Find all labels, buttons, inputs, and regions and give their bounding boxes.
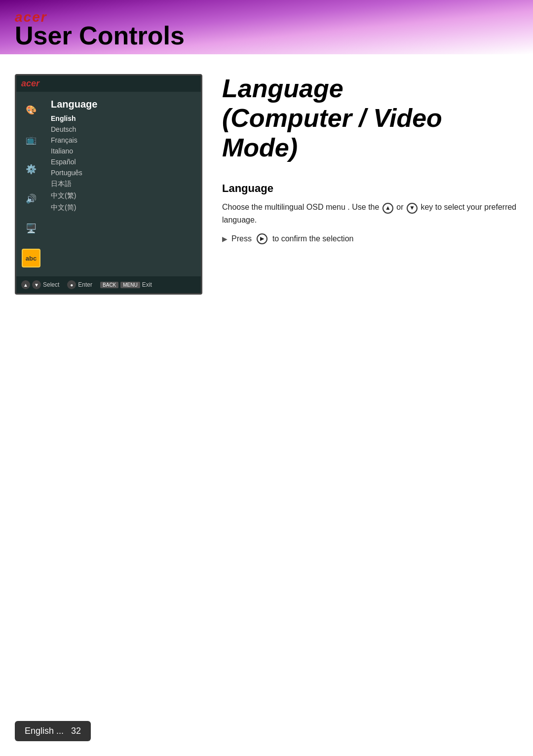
paint-icon: 🎨 <box>26 105 37 115</box>
osd-sidebar-item-1[interactable]: 🎨 <box>22 101 40 119</box>
section-heading: Language <box>222 182 518 195</box>
osd-footer-enter: ● Enter <box>67 280 92 289</box>
osd-screen: acer 🎨 📺 ⚙️ 🔊 🖥️ <box>15 74 202 295</box>
menu-btn[interactable]: MENU <box>120 282 140 288</box>
osd-footer: ▲ ▼ Select ● Enter BACK MENU Exit <box>16 276 201 293</box>
osd-header: acer <box>16 76 201 92</box>
back-btn[interactable]: BACK <box>100 282 118 288</box>
osd-menu-title: Language <box>51 99 196 110</box>
abc-icon: abc <box>26 255 37 262</box>
enter-label: Enter <box>78 281 92 288</box>
main-content: acer 🎨 📺 ⚙️ 🔊 🖥️ <box>0 54 533 314</box>
osd-sidebar-item-5[interactable]: 🖥️ <box>22 219 40 238</box>
select-up-btn[interactable]: ▲ <box>21 280 30 289</box>
right-content: Language(Computer / VideoMode) Language … <box>222 74 518 295</box>
osd-menu-item-italiano[interactable]: Italiano <box>51 146 196 156</box>
sound-icon: 🔊 <box>26 193 37 204</box>
big-title: Language(Computer / VideoMode) <box>222 74 518 162</box>
bullet-item: ▶ Press ▶ to confirm the selection <box>222 233 518 244</box>
osd-menu-item-chinese-simp[interactable]: 中文(简) <box>51 202 196 214</box>
tv-icon: 📺 <box>26 134 37 145</box>
osd-menu-area: Language English Deutsch Français Italia… <box>46 97 201 271</box>
osd-sidebar: 🎨 📺 ⚙️ 🔊 🖥️ abc <box>16 97 46 271</box>
down-arrow-icon: ▼ <box>407 203 418 214</box>
osd-footer-exit: BACK MENU Exit <box>100 281 152 288</box>
osd-sidebar-item-6-active[interactable]: abc <box>22 249 40 267</box>
osd-menu-item-english[interactable]: English <box>51 113 196 124</box>
osd-menu-item-japanese[interactable]: 日本語 <box>51 178 196 190</box>
osd-menu-item-francais[interactable]: Français <box>51 135 196 146</box>
osd-acer-logo: acer <box>21 78 39 89</box>
monitor-icon: 🖥️ <box>26 223 37 234</box>
osd-menu-item-chinese-trad[interactable]: 中文(繁) <box>51 190 196 202</box>
header-bar: acer User Controls <box>0 0 533 54</box>
gear-icon: ⚙️ <box>26 164 37 175</box>
osd-footer-select: ▲ ▼ Select <box>21 280 59 289</box>
osd-menu-item-deutsch[interactable]: Deutsch <box>51 124 196 135</box>
select-label: Select <box>43 281 59 288</box>
osd-menu-item-espanol[interactable]: Español <box>51 156 196 167</box>
up-arrow-icon: ▲ <box>382 203 393 214</box>
description-paragraph: Choose the multilingual OSD menu . Use t… <box>222 201 518 226</box>
enter-btn[interactable]: ● <box>67 280 76 289</box>
osd-sidebar-item-2[interactable]: 📺 <box>22 130 40 149</box>
right-arrow-icon: ▶ <box>257 233 267 244</box>
page-title: User Controls <box>15 21 185 50</box>
footer-label: English ... 32 <box>25 726 81 736</box>
exit-label: Exit <box>142 281 152 288</box>
osd-sidebar-item-3[interactable]: ⚙️ <box>22 160 40 179</box>
osd-sidebar-item-4[interactable]: 🔊 <box>22 189 40 208</box>
page-title-area: User Controls <box>0 21 533 54</box>
page-footer: English ... 32 <box>15 721 91 741</box>
osd-body: 🎨 📺 ⚙️ 🔊 🖥️ abc L <box>16 92 201 276</box>
big-title-text: Language(Computer / VideoMode) <box>222 74 442 162</box>
osd-menu-item-portugues[interactable]: Português <box>51 167 196 178</box>
bullet-arrow-icon: ▶ <box>222 235 228 243</box>
confirm-label: to confirm the selection <box>272 234 354 243</box>
select-down-btn[interactable]: ▼ <box>32 280 41 289</box>
press-label: Press <box>231 234 252 243</box>
language-section: Language Choose the multilingual OSD men… <box>222 177 518 244</box>
